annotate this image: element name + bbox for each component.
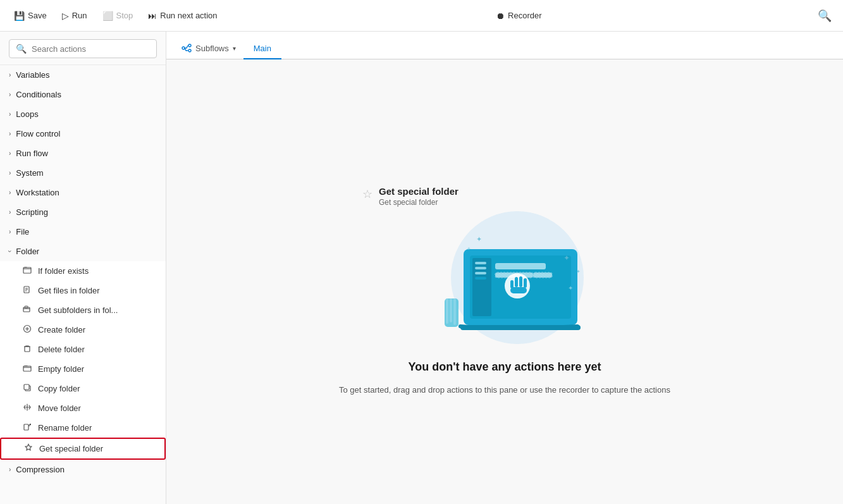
recorder-label: Recorder [508, 11, 541, 20]
sidebar-header: 🔍 [0, 32, 166, 65]
svg-rect-28 [510, 280, 514, 288]
sidebar-item-conditionals[interactable]: › Conditionals [0, 85, 166, 104]
sidebar-scroll: › Variables › Conditionals › Loops › Flo… [0, 65, 166, 504]
chevron-icon: › [9, 466, 11, 473]
sidebar-item-scripting[interactable]: › Scripting [0, 202, 166, 222]
sidebar-item-copy-folder[interactable]: Copy folder [0, 379, 166, 398]
svg-rect-20 [475, 277, 486, 280]
delete-icon [23, 344, 33, 355]
search-icon: 🔍 [16, 44, 27, 54]
main-tab-label: Main [254, 44, 271, 53]
svg-text:✦: ✦ [576, 269, 581, 274]
item-label: If folder exists [38, 266, 89, 276]
svg-point-11 [188, 44, 191, 47]
svg-rect-23 [533, 273, 552, 278]
chevron-icon: › [9, 111, 11, 118]
chevron-icon: › [9, 209, 11, 216]
svg-rect-32 [446, 298, 448, 324]
drag-hint-star: ☆ [362, 187, 372, 201]
sidebar-item-workstation[interactable]: › Workstation [0, 183, 166, 202]
chevron-icon: › [9, 71, 11, 78]
sidebar-item-get-subfolders[interactable]: Get subfolders in fol... [0, 300, 166, 320]
run-next-label: Run next action [160, 11, 217, 20]
copy-icon [23, 383, 33, 394]
category-label: Loops [16, 109, 38, 119]
search-toolbar-icon: 🔍 [818, 9, 832, 22]
save-icon: 💾 [14, 11, 25, 21]
category-label: Compression [16, 465, 65, 474]
canvas: ☆ Get special folder Get special folder [166, 59, 843, 504]
chevron-icon: › [6, 250, 13, 252]
search-input[interactable] [32, 44, 150, 54]
illustration: ✦ ✦ ✦ ✦ ✦ [407, 205, 603, 350]
stop-icon: ⬜ [102, 11, 113, 21]
sidebar-item-variables[interactable]: › Variables [0, 65, 166, 85]
category-label: Run flow [16, 149, 48, 158]
svg-rect-21 [495, 263, 546, 269]
chevron-icon: › [9, 91, 11, 98]
drag-hint-subtitle: Get special folder [379, 198, 458, 207]
rename-icon [23, 422, 33, 433]
sidebar-item-move-folder[interactable]: Move folder [0, 398, 166, 418]
run-next-button[interactable]: ⏭ Run next action [142, 8, 223, 24]
svg-point-10 [182, 47, 185, 49]
content-area: Subflows ▾ Main ☆ Get special folder Get… [166, 32, 843, 504]
recorder-button[interactable]: ⏺ Recorder [489, 8, 548, 24]
category-label: System [16, 168, 43, 178]
sidebar-item-delete-folder[interactable]: Delete folder [0, 340, 166, 359]
item-label: Create folder [38, 325, 85, 335]
sidebar-item-create-folder[interactable]: Create folder [0, 320, 166, 340]
sidebar-item-compression[interactable]: › Compression [0, 460, 166, 479]
subflows-tab[interactable]: Subflows ▾ [174, 38, 243, 59]
empty-title: You don't have any actions here yet [408, 360, 601, 374]
main-tab[interactable]: Main [243, 39, 281, 59]
run-icon: ▷ [62, 11, 69, 21]
category-label: Scripting [16, 207, 48, 217]
category-label: File [16, 227, 29, 237]
category-label: Folder [16, 247, 39, 256]
svg-rect-33 [450, 298, 452, 323]
svg-rect-27 [524, 278, 527, 288]
sidebar: 🔍 › Variables › Conditionals › Loops › [0, 32, 166, 504]
tabs-bar: Subflows ▾ Main [166, 32, 843, 59]
sidebar-item-run-flow[interactable]: › Run flow [0, 144, 166, 163]
category-label: Conditionals [16, 90, 61, 99]
sidebar-item-get-files[interactable]: Get files in folder [0, 281, 166, 300]
sidebar-item-system[interactable]: › System [0, 163, 166, 183]
drag-hint-item: ☆ Get special folder Get special folder [362, 186, 458, 207]
sidebar-item-flow-control[interactable]: › Flow control [0, 124, 166, 144]
svg-rect-17 [475, 262, 486, 264]
item-label: Copy folder [38, 384, 80, 393]
svg-rect-29 [510, 287, 527, 293]
chevron-icon: › [9, 189, 11, 196]
sidebar-item-get-special-folder[interactable]: Get special folder [0, 438, 166, 460]
files-icon [23, 285, 33, 296]
svg-point-12 [188, 49, 191, 52]
sidebar-item-rename-folder[interactable]: Rename folder [0, 418, 166, 438]
sidebar-item-file[interactable]: › File [0, 222, 166, 242]
subflows-tab-label: Subflows [195, 44, 229, 53]
item-label: Get files in folder [38, 286, 100, 295]
chevron-icon: › [9, 169, 11, 176]
drag-hint-title: Get special folder [379, 186, 458, 197]
svg-rect-26 [519, 276, 522, 287]
create-icon [23, 324, 33, 335]
stop-label: Stop [116, 11, 133, 20]
search-toolbar-button[interactable]: 🔍 [814, 5, 835, 27]
folder-icon [23, 266, 33, 276]
svg-rect-6 [23, 366, 31, 371]
subflows-icon [182, 43, 192, 53]
stop-button[interactable]: ⬜ Stop [96, 8, 140, 24]
sidebar-item-folder[interactable]: › Folder [0, 242, 166, 261]
svg-rect-30 [460, 325, 581, 330]
main-layout: 🔍 › Variables › Conditionals › Loops › [0, 32, 843, 504]
sidebar-item-loops[interactable]: › Loops [0, 104, 166, 124]
chevron-icon: › [9, 150, 11, 157]
run-button[interactable]: ▷ Run [56, 8, 94, 24]
item-label: Delete folder [38, 345, 85, 354]
svg-rect-9 [24, 424, 28, 430]
subfolders-icon [23, 305, 33, 316]
sidebar-item-if-folder-exists[interactable]: If folder exists [0, 261, 166, 281]
sidebar-item-empty-folder[interactable]: Empty folder [0, 359, 166, 379]
save-button[interactable]: 💾 Save [8, 8, 53, 24]
